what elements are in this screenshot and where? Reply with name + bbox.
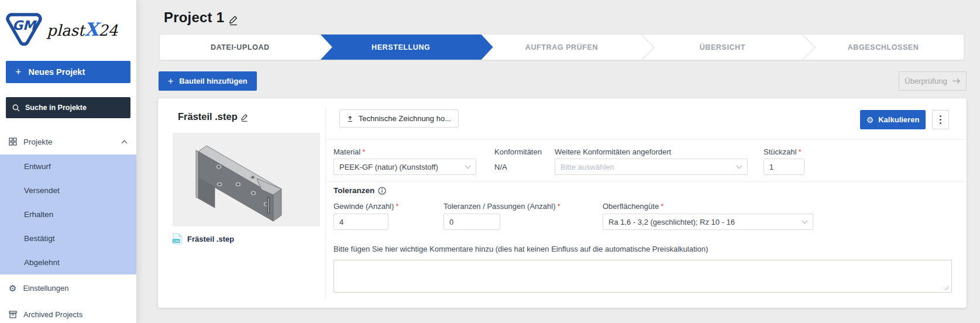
comment-label: Bitte fügen Sie hier wichtige Kommentare… — [333, 245, 708, 253]
sidebar-item-archived-projects[interactable]: Archived Projects — [0, 302, 136, 323]
new-project-label: Neues Projekt — [29, 67, 85, 77]
divider — [325, 181, 967, 182]
projekte-label: Projekte — [23, 138, 53, 146]
chevron-down-icon — [802, 220, 808, 224]
sidebar-item-bestaetigt[interactable]: Bestätigt — [0, 226, 136, 250]
archived-label: Archived Projects — [23, 310, 82, 319]
material-label: Material* — [333, 147, 365, 156]
search-projects-button[interactable]: Suche in Projekte — [6, 97, 130, 118]
gewinde-label: Gewinde (Anzahl)* — [333, 202, 398, 211]
kebab-icon — [940, 115, 941, 117]
part-preview[interactable] — [173, 133, 320, 226]
sidebar-item-projekte[interactable]: Projekte — [0, 129, 136, 154]
toleranzen-passungen-input[interactable] — [443, 214, 500, 230]
weitere-konformitaeten-label: Weitere Konformitäten angefordert — [555, 147, 671, 156]
upload-drawing-button[interactable]: Technische Zeichnung ho... — [339, 109, 459, 128]
brand-logo: GM plastX24 — [0, 0, 136, 56]
part-title: Frästeil .step — [178, 111, 238, 122]
chevron-up-icon — [121, 140, 128, 144]
calculate-label: Kalkulieren — [878, 115, 919, 124]
upload-drawing-label: Technische Zeichnung ho... — [359, 114, 451, 123]
step-datei-upload[interactable]: DATEI-UPLOAD — [160, 35, 321, 60]
stueckzahl-label: Stückzahl* — [764, 147, 801, 156]
sidebar-item-erhalten[interactable]: Erhalten — [0, 202, 136, 226]
sidebar-item-einstellungen[interactable]: ⚙ Einstellungen — [0, 276, 136, 301]
add-part-button[interactable]: + Bauteil hinzufügen — [159, 71, 257, 91]
sidebar-item-entwurf[interactable]: Entwurf — [0, 154, 136, 178]
search-label: Suche in Projekte — [25, 104, 87, 112]
add-part-label: Bauteil hinzufügen — [179, 77, 247, 85]
pencil-icon[interactable] — [240, 113, 249, 122]
step-auftrag-pruefen[interactable]: AUFTRAG PRÜFEN — [482, 35, 642, 60]
svg-text:CAD: CAD — [173, 240, 180, 243]
part-file-name: Frästeil .step — [187, 235, 234, 243]
divider — [325, 139, 967, 140]
gewinde-input[interactable] — [333, 214, 388, 230]
konformitaeten-value: N/A — [494, 163, 507, 171]
comment-textarea[interactable] — [333, 260, 952, 293]
chevron-down-icon — [465, 165, 471, 169]
gear-icon: ⚙ — [866, 115, 874, 125]
part-title-row: Frästeil .step — [178, 111, 249, 122]
svg-text:GM: GM — [12, 18, 37, 33]
sidebar-item-abgelehnt[interactable]: Abgelehnt — [0, 250, 136, 274]
grid-icon — [9, 138, 17, 146]
review-button[interactable]: Überprüfung — [899, 71, 967, 91]
part-card: Frästeil .step — [158, 98, 967, 308]
app-root: GM plastX24 + Neues Projekt Suche in Pro… — [0, 0, 980, 323]
chevron-down-icon — [736, 165, 742, 169]
toleranzen-passungen-label: Toleranzen / Passungen (Anzahl)* — [443, 202, 561, 211]
projects-submenu: Entwurf Versendet Erhalten Bestätigt Abg… — [0, 154, 136, 274]
oberflaechenguete-select[interactable]: Ra 1,6 - 3,2 (geschlichtet); Rz 10 - 16 — [603, 214, 813, 230]
archive-icon — [9, 311, 17, 318]
sidebar-item-versendet[interactable]: Versendet — [0, 178, 136, 202]
new-project-button[interactable]: + Neues Projekt — [6, 61, 130, 83]
material-select[interactable]: PEEK-GF (natur) (Kunststoff) — [333, 159, 476, 175]
part-file-chip[interactable]: CAD Frästeil .step — [173, 233, 234, 245]
page-title-row: Project 1 — [164, 9, 239, 26]
more-options-button[interactable] — [932, 110, 949, 129]
sidebar-nav: Projekte Entwurf Versendet Erhalten Best… — [0, 129, 136, 323]
calculate-button[interactable]: ⚙ Kalkulieren — [860, 110, 926, 129]
upload-icon — [347, 115, 353, 123]
info-icon[interactable] — [378, 187, 386, 195]
required-mark: * — [362, 147, 365, 156]
sidebar: GM plastX24 + Neues Projekt Suche in Pro… — [0, 0, 136, 323]
step-abgeschlossen[interactable]: ABGESCHLOSSEN — [803, 35, 964, 60]
main-content: Project 1 DATEI-UPLOAD HERSTELLUNG AUFTR… — [136, 0, 980, 323]
plus-icon: + — [168, 76, 173, 87]
step-herstellung[interactable]: HERSTELLUNG — [321, 35, 493, 60]
brand-wordmark: plastX24 — [47, 19, 118, 40]
plus-icon: + — [15, 67, 22, 77]
review-label: Überprüfung — [905, 77, 947, 85]
search-icon — [12, 104, 20, 112]
cad-file-icon: CAD — [173, 233, 183, 245]
card-divider — [325, 106, 326, 300]
progress-stepper: DATEI-UPLOAD HERSTELLUNG AUFTRAG PRÜFEN … — [159, 34, 964, 60]
toleranzen-heading: Toleranzen — [333, 186, 386, 195]
pencil-icon[interactable] — [228, 15, 239, 26]
gear-icon: ⚙ — [9, 284, 16, 293]
page-title: Project 1 — [164, 9, 224, 26]
konformitaeten-label: Konformitäten — [494, 147, 542, 156]
step-uebersicht[interactable]: ÜBERSICHT — [642, 35, 803, 60]
arrow-right-icon — [952, 78, 961, 84]
logo-badge-icon: GM — [5, 11, 43, 48]
weitere-konformitaeten-select[interactable]: Bitte auswählen — [555, 159, 748, 175]
einstellungen-label: Einstellungen — [23, 284, 68, 293]
oberflaechenguete-label: Oberflächengüte* — [603, 202, 663, 211]
stueckzahl-input[interactable] — [764, 159, 804, 175]
part-3d-render — [173, 133, 320, 226]
